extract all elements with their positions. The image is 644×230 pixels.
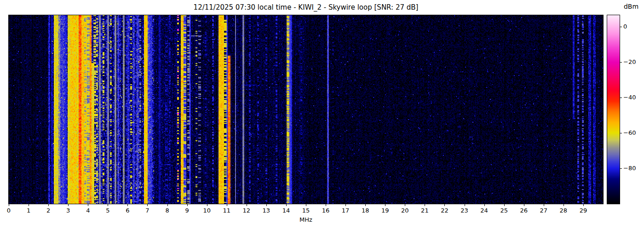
x-tick-label: 3 [60, 207, 76, 214]
colorbar-tick [620, 62, 622, 63]
x-tick [365, 204, 366, 206]
colorbar-unit-label: dBm [620, 3, 642, 10]
x-tick-label: 1 [21, 207, 36, 214]
colorbar-tick [620, 27, 622, 27]
x-tick [544, 204, 544, 206]
colorbar-tick-label: −60 [623, 129, 644, 137]
x-tick [524, 204, 524, 206]
x-tick [385, 204, 385, 206]
x-tick [583, 204, 584, 206]
x-tick-label: 14 [278, 207, 294, 214]
x-tick [504, 204, 505, 206]
x-tick [227, 204, 227, 206]
x-tick-label: 19 [377, 207, 393, 214]
x-tick-label: 6 [120, 207, 135, 214]
x-tick-label: 2 [40, 207, 56, 214]
x-tick-label: 13 [259, 207, 274, 214]
x-tick-label: 27 [536, 207, 552, 214]
plot-frame [8, 15, 604, 204]
x-tick-label: 11 [219, 207, 235, 214]
x-tick [247, 204, 247, 206]
x-tick-label: 5 [100, 207, 115, 214]
x-tick-label: 26 [516, 207, 532, 214]
x-tick [425, 204, 425, 206]
x-tick-label: 29 [575, 207, 591, 214]
x-tick-label: 7 [139, 207, 155, 214]
x-tick [286, 204, 287, 206]
colorbar-tick-label: −20 [623, 58, 644, 66]
colorbar-tick [620, 133, 622, 133]
x-tick [108, 204, 108, 206]
x-tick [306, 204, 306, 206]
x-tick-label: 22 [437, 207, 452, 214]
spectrogram-canvas [9, 15, 603, 204]
x-tick [68, 204, 69, 206]
x-tick [29, 204, 29, 206]
x-tick [444, 204, 445, 206]
x-tick-label: 25 [496, 207, 512, 214]
x-tick [326, 204, 326, 206]
x-tick [484, 204, 485, 206]
x-tick-label: 24 [477, 207, 492, 214]
x-tick [48, 204, 49, 206]
x-tick [9, 204, 9, 206]
colorbar-tick-label: −80 [623, 165, 644, 172]
x-tick [345, 204, 346, 206]
colorbar-gradient [607, 15, 620, 204]
x-tick [405, 204, 405, 206]
x-tick-label: 4 [80, 207, 96, 214]
x-tick-label: 21 [417, 207, 432, 214]
x-tick-label: 10 [199, 207, 215, 214]
x-tick-label: 16 [318, 207, 334, 214]
x-tick-label: 20 [397, 207, 413, 214]
colorbar-tick [620, 168, 622, 169]
x-tick [187, 204, 188, 206]
x-tick-label: 12 [239, 207, 254, 214]
x-tick [207, 204, 207, 206]
colorbar-tick-label: 0 [623, 23, 644, 30]
x-tick [167, 204, 168, 206]
x-tick-label: 0 [1, 207, 17, 214]
colorbar-tick-label: −40 [623, 94, 644, 101]
x-tick [147, 204, 148, 206]
x-axis-label: MHz [9, 216, 603, 223]
x-tick [127, 204, 128, 206]
spectrogram-figure: 12/11/2025 07:30 local time - KIWI_2 - S… [0, 0, 644, 230]
x-tick-label: 28 [556, 207, 571, 214]
x-tick-label: 8 [160, 207, 175, 214]
x-tick-label: 23 [457, 207, 472, 214]
x-tick-label: 9 [179, 207, 195, 214]
colorbar-tick [620, 98, 622, 98]
x-tick-label: 18 [357, 207, 373, 214]
x-tick [564, 204, 564, 206]
colorbar-frame [607, 15, 620, 204]
x-tick-label: 15 [298, 207, 314, 214]
chart-title: 12/11/2025 07:30 local time - KIWI_2 - S… [9, 3, 603, 12]
x-tick [465, 204, 465, 206]
x-tick-label: 17 [338, 207, 353, 214]
x-tick [88, 204, 88, 206]
x-tick [266, 204, 267, 206]
